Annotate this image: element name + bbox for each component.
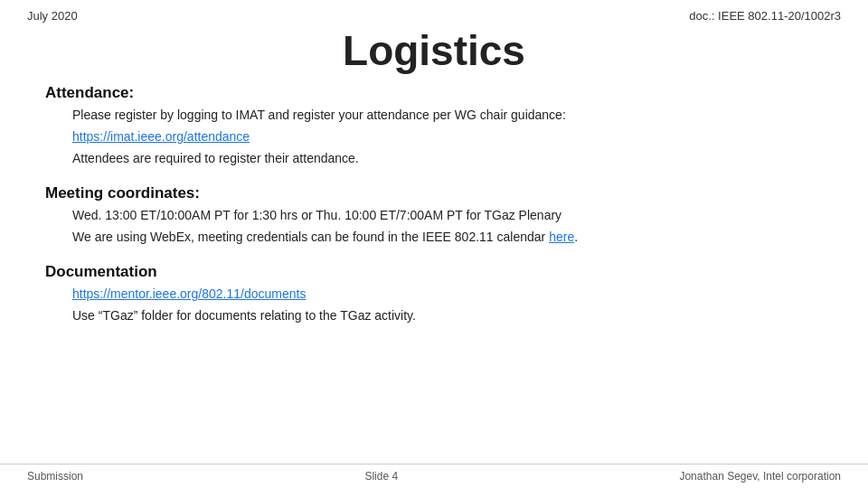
attendance-link[interactable]: https://imat.ieee.org/attendance: [72, 127, 823, 146]
footer-bar: Submission Slide 4 Jonathan Segev, Intel…: [0, 464, 868, 488]
slide-title: Logistics: [343, 27, 525, 74]
attendance-line-1: Please register by logging to IMAT and r…: [72, 106, 823, 125]
mentor-link[interactable]: https://mentor.ieee.org/802.11/documents: [72, 286, 306, 301]
slide: July 2020 doc.: IEEE 802.11-20/1002r3 Lo…: [0, 0, 868, 488]
title-section: Logistics: [0, 23, 868, 84]
attendance-body: Please register by logging to IMAT and r…: [45, 106, 823, 168]
attendance-line-2: Attendees are required to register their…: [72, 149, 823, 168]
meeting-heading: Meeting coordinates:: [45, 184, 823, 202]
footer-center: Slide 4: [364, 470, 398, 483]
meeting-body: Wed. 13:00 ET/10:00AM PT for 1:30 hrs or…: [45, 206, 823, 247]
documentation-line-1: Use “TGaz” folder for documents relating…: [72, 306, 823, 325]
attendance-section: Attendance: Please register by logging t…: [45, 84, 823, 168]
header-bar: July 2020 doc.: IEEE 802.11-20/1002r3: [0, 0, 868, 23]
imat-link[interactable]: https://imat.ieee.org/attendance: [72, 129, 250, 144]
documentation-section: Documentation https://mentor.ieee.org/80…: [45, 263, 823, 325]
calendar-link[interactable]: here: [549, 230, 574, 244]
meeting-line-2: We are using WebEx, meeting credentials …: [72, 228, 823, 247]
documentation-link-line[interactable]: https://mentor.ieee.org/802.11/documents: [72, 285, 823, 304]
meeting-line-1: Wed. 13:00 ET/10:00AM PT for 1:30 hrs or…: [72, 206, 823, 225]
footer-right: Jonathan Segev, Intel corporation: [679, 470, 841, 483]
header-doc: doc.: IEEE 802.11-20/1002r3: [689, 9, 841, 23]
header-date: July 2020: [27, 9, 78, 23]
documentation-body: https://mentor.ieee.org/802.11/documents…: [45, 285, 823, 325]
meeting-section: Meeting coordinates: Wed. 13:00 ET/10:00…: [45, 184, 823, 247]
content-area: Attendance: Please register by logging t…: [0, 84, 868, 488]
attendance-heading: Attendance:: [45, 84, 823, 102]
footer-left: Submission: [27, 470, 83, 483]
documentation-heading: Documentation: [45, 263, 823, 281]
